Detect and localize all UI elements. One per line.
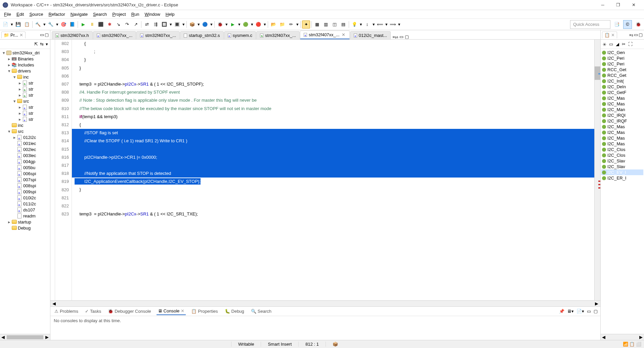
folder2-button[interactable]: 📁	[278, 20, 286, 29]
outline-item[interactable]: I2C_Peri	[601, 55, 643, 61]
outline-item[interactable]: I2C_Mas	[601, 141, 643, 147]
editor-tab[interactable]: startup_stm32.s	[180, 31, 224, 39]
tree-item[interactable]: ▾drivers	[0, 68, 50, 74]
outline-item[interactable]: RCC_Get	[601, 67, 643, 72]
editor-tab[interactable]: sysmem.c	[224, 31, 256, 39]
perspective-resource[interactable]: 📑	[612, 20, 621, 29]
tree-item[interactable]: ▸📼Binaries	[0, 56, 50, 62]
console-display-icon[interactable]: 🖥▾	[567, 309, 574, 314]
box1-button[interactable]: 🔲	[160, 20, 168, 29]
outline-item[interactable]: I2C_Man	[601, 107, 643, 112]
bottom-tab-tasks[interactable]: ✓Tasks	[84, 308, 102, 315]
close-icon[interactable]: ✕	[19, 33, 23, 38]
edit-button[interactable]: ✏	[287, 20, 295, 29]
step-over-button[interactable]: ↷	[123, 20, 131, 29]
tabs-overflow-icon[interactable]: »₁₆	[392, 34, 398, 39]
build-button[interactable]: 🔨	[34, 20, 42, 29]
highlight-button[interactable]: ✦	[302, 20, 310, 29]
maximize-panel-icon[interactable]: ▢	[45, 32, 49, 37]
outline-item[interactable]: I2C_Mas	[601, 101, 643, 107]
editor-tab[interactable]: stm32f407xx.h	[52, 31, 93, 39]
tree-item[interactable]: 009spi	[0, 189, 50, 195]
project-explorer-tab[interactable]: 📁 Pr... ✕	[1, 32, 26, 38]
menu-run[interactable]: Run	[129, 10, 142, 18]
save-button[interactable]: 💾	[14, 20, 22, 29]
editor-hscroll[interactable]: ◀▶	[50, 300, 600, 306]
hide-icon[interactable]: ◢	[616, 42, 619, 47]
outline-item[interactable]: I2C_Peri	[601, 61, 643, 67]
tree-item[interactable]: ▸str	[0, 104, 50, 110]
filter-icon[interactable]: ▭	[609, 42, 613, 47]
bottom-tab-console[interactable]: 🖥Console ✕	[157, 307, 186, 315]
project-tree[interactable]: ▾stm32f4xx_dri▸📼Binaries▸📚Includes▾drive…	[0, 49, 50, 334]
close-icon[interactable]: ✕	[611, 33, 615, 38]
menu-help[interactable]: Help	[163, 10, 177, 18]
outline-list[interactable]: I2C_GenI2C_PeriI2C_PeriRCC_GetRCC_GetI2C…	[601, 49, 644, 334]
editor-tab[interactable]: stm32f407xx_...	[136, 31, 180, 39]
grid3-button[interactable]: ◫	[331, 20, 339, 29]
editor-vscroll[interactable]	[594, 40, 600, 300]
outline-item[interactable]: I2C_Clos	[601, 147, 643, 152]
editor-tab[interactable]: stm32f407xx_...✕	[300, 31, 350, 39]
tree-item[interactable]: 010i2c	[0, 195, 50, 201]
collapse-icon[interactable]: ⛶	[628, 42, 633, 47]
maximize-panel-icon[interactable]: ▢	[639, 32, 643, 37]
menu-source[interactable]: Source	[27, 10, 46, 18]
menu-file[interactable]: File	[1, 10, 14, 18]
coverage-button[interactable]: 🟢	[242, 20, 250, 29]
tree-item[interactable]: ▸str	[0, 80, 50, 86]
code-editor[interactable]: 8028038048058068078088098108118128138148…	[50, 40, 600, 300]
tree-item[interactable]: ▾stm32f4xx_dri	[0, 50, 50, 56]
tree-item[interactable]: ▸str	[0, 110, 50, 116]
console-pin-icon[interactable]: 📌	[559, 309, 564, 314]
chip-button[interactable]: 📘	[68, 20, 76, 29]
grid4-button[interactable]: ▤	[339, 20, 347, 29]
outline-hscroll[interactable]: ◀▶	[601, 334, 644, 340]
bottom-tab-search[interactable]: 🔍Search	[250, 308, 273, 315]
outline-item[interactable]: I2C_Gen	[601, 50, 643, 55]
editor-tab[interactable]: 012i2c_mast...	[350, 31, 391, 39]
grid1-button[interactable]: ▦	[313, 20, 321, 29]
build-all-button[interactable]: 🔧	[47, 20, 55, 29]
tree-item[interactable]: inc	[0, 122, 50, 128]
minimize-panel-icon[interactable]: ▭	[634, 32, 638, 37]
link-editor-icon[interactable]: ⇆	[40, 42, 44, 47]
step-return-button[interactable]: ↗	[132, 20, 140, 29]
menu-project[interactable]: Project	[110, 10, 128, 18]
tree-item[interactable]: ▸str	[0, 116, 50, 122]
tree-item[interactable]: 011i2c	[0, 201, 50, 207]
build-all-dropdown[interactable]: ▾	[55, 22, 59, 27]
project-hscroll[interactable]: ◀▶	[0, 334, 50, 340]
maximize-icon[interactable]: ▢	[594, 309, 598, 314]
manage-button[interactable]: 🔵	[201, 20, 209, 29]
menu-refactor[interactable]: Refactor	[46, 10, 68, 18]
outline-item[interactable]: I2C_IRQF	[601, 118, 643, 124]
tree-item[interactable]: ▸startup	[0, 219, 50, 225]
pin-button[interactable]: 💡	[350, 20, 358, 29]
tree-item[interactable]: 007spi	[0, 177, 50, 183]
tree-item[interactable]: 001lec	[0, 140, 50, 146]
tree-item[interactable]: ▸📚Includes	[0, 62, 50, 68]
target-button[interactable]: 🎯	[59, 20, 68, 29]
outline-item[interactable]: I2C_Init(	[601, 78, 643, 84]
run-button[interactable]: ▶	[229, 20, 237, 29]
editor-tab[interactable]: stm32f407xx_...	[93, 31, 136, 39]
tree-item[interactable]: ds107	[0, 207, 50, 213]
perspective-debug[interactable]: 🐞	[634, 20, 643, 29]
close-button[interactable]: ✕	[626, 0, 641, 10]
outline-item[interactable]: I2C_Clos	[601, 152, 643, 158]
minimize-editor-icon[interactable]: ▭	[399, 34, 403, 39]
close-icon[interactable]: ✕	[181, 308, 184, 313]
editor-tab[interactable]: stm32f407xx_...	[256, 31, 300, 39]
folder1-button[interactable]: 📂	[269, 20, 277, 29]
tree-item[interactable]: ▾src	[0, 128, 50, 134]
format-button[interactable]: ⇶	[152, 20, 160, 29]
save-all-button[interactable]: 📋	[23, 20, 31, 29]
outline-item[interactable]: I2C_Slav	[601, 158, 643, 164]
profile-button[interactable]: 🔴	[254, 20, 262, 29]
box2-button[interactable]: 🔳	[173, 20, 181, 29]
new-dropdown[interactable]: ▾	[10, 22, 13, 27]
config-button[interactable]: 📦	[188, 20, 196, 29]
outline-item[interactable]: I2C_Mas	[601, 95, 643, 101]
code-body[interactable]: { ; } } temp3 = pI2CHandle->pI2Cx->SR1 &…	[72, 40, 594, 300]
